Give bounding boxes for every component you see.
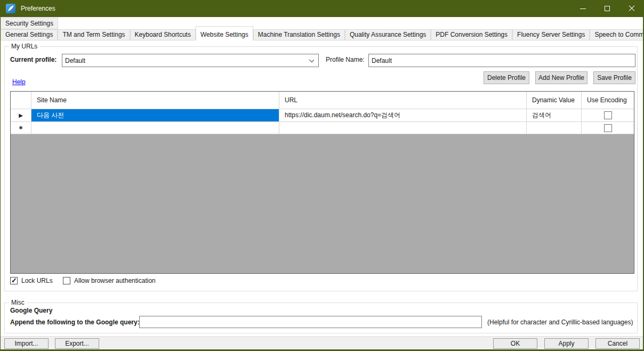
tab-website-settings[interactable]: Website Settings [196,26,253,40]
profile-name-label: Profile Name: [326,56,365,63]
tab-strip-row2: General Settings TM and Term Settings Ke… [1,29,643,40]
current-profile-label: Current profile: [10,56,57,63]
current-row-arrow-icon: ▶ [19,112,23,118]
current-profile-select[interactable]: Default [62,54,319,67]
window-title: Preferences [21,5,55,12]
ok-button[interactable]: OK [493,338,537,349]
grid-column-header-dynamic-value[interactable]: Dynamic Value [527,92,582,109]
maximize-button[interactable] [595,0,619,17]
misc-group-label: Misc [9,299,27,306]
grid-row-selector-header[interactable] [11,92,31,109]
current-profile-value: Default [65,57,85,64]
export-button[interactable]: Export... [55,338,99,349]
use-encoding-checkbox[interactable] [604,111,612,119]
window-controls [570,0,644,17]
lock-urls-checkbox[interactable] [10,277,18,284]
grid-cell-use-encoding [582,109,634,122]
grid-empty-area [11,134,634,273]
help-link[interactable]: Help [12,78,26,86]
import-button[interactable]: Import... [4,338,49,349]
my-urls-group-label: My URLs [9,43,39,50]
close-button[interactable] [619,0,644,17]
chevron-down-icon [309,58,314,62]
save-profile-button[interactable]: Save Profile [593,71,635,84]
grid-cell-dynamic-value[interactable]: 검색어 [527,109,582,122]
google-query-label: Google Query [10,307,52,314]
grid-cell-use-encoding [582,122,634,134]
preferences-window: Preferences Security Settings General Se… [0,0,644,351]
tab-tm-and-term-settings[interactable]: TM and Term Settings [58,29,130,40]
add-new-profile-button[interactable]: Add New Profile [535,71,587,84]
tab-fluency-server-settings[interactable]: Fluency Server Settings [512,29,590,40]
titlebar: Preferences [0,0,644,17]
grid-cell-url[interactable]: https://dic.daum.net/search.do?q=검색어 [279,109,527,122]
tab-general-settings[interactable]: General Settings [1,29,58,40]
grid-cell-url[interactable] [279,122,527,134]
apply-button[interactable]: Apply [544,338,589,349]
misc-groupbox: Misc Google Query Append the following t… [4,303,638,333]
fluency-feather-icon [5,3,16,14]
grid-cell-site-name[interactable]: 다음 사전 [31,109,279,122]
minimize-icon [580,9,586,9]
profile-name-input[interactable] [368,54,635,67]
tab-speech-to-command-settings[interactable]: Speech to Command Settings [590,29,644,40]
delete-profile-button[interactable]: Delete Profile [484,71,529,84]
grid-column-header-site-name[interactable]: Site Name [31,92,279,109]
allow-browser-auth-checkbox[interactable] [63,277,70,284]
tab-strip-row1: Security Settings [1,18,58,29]
lock-urls-checkbox-row[interactable]: Lock URLs [10,277,53,284]
tab-quality-assurance-settings[interactable]: Quality Assurance Settings [345,29,431,40]
maximize-icon [605,6,610,11]
grid-cell-site-name[interactable] [31,122,279,134]
minimize-button[interactable] [570,0,595,17]
cancel-button[interactable]: Cancel [595,338,640,349]
allow-browser-auth-checkbox-row[interactable]: Allow browser authentication [63,277,156,284]
footer-bar: Import... Export... OK Apply Cancel [0,336,644,349]
google-query-input[interactable] [139,316,482,328]
window-border-left [0,17,1,351]
my-urls-groupbox: My URLs Current profile: Default Profile… [4,46,638,291]
lock-urls-label: Lock URLs [21,277,53,284]
urls-grid: Site Name URL Dynamic Value Use Encoding… [10,91,634,274]
tab-pdf-conversion-settings[interactable]: PDF Conversion Settings [431,29,512,40]
grid-row-selector-current[interactable]: ▶ [11,109,31,122]
tab-keyboard-shortcuts[interactable]: Keyboard Shortcuts [130,29,196,40]
grid-row-selector-new[interactable]: ✱ [11,122,31,134]
new-row-asterisk-icon: ✱ [19,125,23,130]
use-encoding-checkbox[interactable] [604,124,612,132]
allow-browser-auth-label: Allow browser authentication [74,277,156,284]
close-icon [629,5,635,12]
append-google-query-label: Append the following to the Google query… [10,319,140,326]
tab-machine-translation-settings[interactable]: Machine Translation Settings [253,29,345,40]
google-query-note: (Helpful for character and Cyrillic-base… [487,319,633,326]
grid-column-header-url[interactable]: URL [279,92,527,109]
tab-security-settings[interactable]: Security Settings [1,18,58,29]
grid-column-header-use-encoding[interactable]: Use Encoding [582,92,634,109]
grid-cell-dynamic-value[interactable] [527,122,582,134]
